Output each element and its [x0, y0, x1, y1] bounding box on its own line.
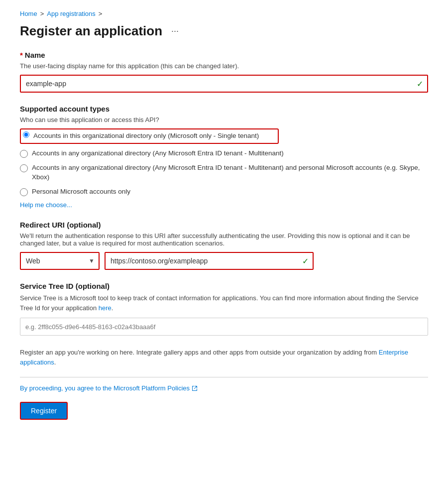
ellipsis-button[interactable]: ···	[168, 25, 182, 37]
service-tree-desc-text2: .	[112, 304, 113, 312]
redirect-type-wrapper: Web SPA Public client/native (mobile & d…	[20, 252, 100, 270]
account-types-title: Supported account types	[20, 105, 428, 113]
redirect-row: Web SPA Public client/native (mobile & d…	[20, 252, 428, 270]
external-link-icon	[192, 385, 198, 391]
service-tree-section: Service Tree ID (optional) Service Tree …	[20, 282, 428, 336]
account-type-label-4[interactable]: Personal Microsoft accounts only	[32, 187, 130, 197]
bottom-note-text-after: .	[54, 359, 56, 366]
account-type-label-2[interactable]: Accounts in any organizational directory…	[32, 149, 284, 158]
redirect-uri-section: Redirect URI (optional) We'll return the…	[20, 221, 428, 270]
account-type-option-2[interactable]: Accounts in any organizational directory…	[20, 149, 428, 158]
account-type-option-4[interactable]: Personal Microsoft accounts only	[20, 187, 428, 197]
service-tree-input[interactable]	[20, 318, 428, 336]
required-star: *	[20, 51, 23, 59]
account-type-radio-2[interactable]	[20, 150, 28, 158]
account-type-label-3[interactable]: Accounts in any organizational directory…	[32, 163, 428, 182]
account-types-radio-group: Accounts in this organizational director…	[20, 128, 428, 196]
name-section-title: *Name	[20, 51, 428, 59]
breadcrumb-home[interactable]: Home	[20, 10, 37, 17]
breadcrumb-sep2: >	[99, 10, 103, 17]
account-types-section: Supported account types Who can use this…	[20, 105, 428, 209]
account-type-label-1[interactable]: Accounts in this organizational director…	[33, 131, 259, 141]
account-type-radio-1[interactable]	[23, 131, 29, 138]
policy-line: By proceeding, you agree to the Microsof…	[20, 384, 428, 392]
name-input-wrapper: ✓	[20, 75, 428, 93]
account-type-option-3[interactable]: Accounts in any organizational directory…	[20, 163, 428, 182]
breadcrumb-app-registrations[interactable]: App registrations	[47, 10, 96, 17]
redirect-uri-desc: We'll return the authentication response…	[20, 232, 428, 247]
account-type-radio-4[interactable]	[20, 188, 28, 196]
name-input-check-icon: ✓	[417, 79, 423, 89]
service-tree-title: Service Tree ID (optional)	[20, 282, 428, 290]
redirect-uri-input-wrapper: ✓	[105, 252, 314, 270]
horizontal-divider	[20, 377, 428, 377]
breadcrumb-sep1: >	[40, 10, 44, 17]
breadcrumb: Home > App registrations >	[20, 10, 428, 17]
redirect-uri-title: Redirect URI (optional)	[20, 221, 428, 229]
page-title-row: Register an application ···	[20, 23, 428, 39]
account-type-radio-3[interactable]	[20, 164, 28, 172]
account-types-subtitle: Who can use this application or access t…	[20, 116, 428, 123]
service-tree-here-link[interactable]: here	[99, 304, 112, 312]
name-input[interactable]	[20, 75, 428, 93]
help-choose-link[interactable]: Help me choose...	[20, 201, 72, 209]
redirect-uri-input[interactable]	[105, 252, 314, 270]
uri-input-check-icon: ✓	[302, 256, 309, 266]
redirect-type-select[interactable]: Web SPA Public client/native (mobile & d…	[20, 252, 100, 270]
bottom-note-text-before: Register an app you're working on here. …	[20, 349, 379, 356]
bottom-note: Register an app you're working on here. …	[20, 348, 428, 367]
page-title: Register an application	[20, 23, 162, 39]
name-section-desc: The user-facing display name for this ap…	[20, 62, 428, 70]
account-type-option-1[interactable]: Accounts in this organizational director…	[20, 128, 279, 144]
service-tree-desc-text1: Service Tree is a Microsoft tool to keep…	[20, 294, 419, 312]
register-button[interactable]: Register	[20, 402, 68, 420]
name-section: *Name The user-facing display name for t…	[20, 51, 428, 93]
policy-text[interactable]: By proceeding, you agree to the Microsof…	[20, 384, 190, 392]
service-tree-desc: Service Tree is a Microsoft tool to keep…	[20, 293, 428, 313]
